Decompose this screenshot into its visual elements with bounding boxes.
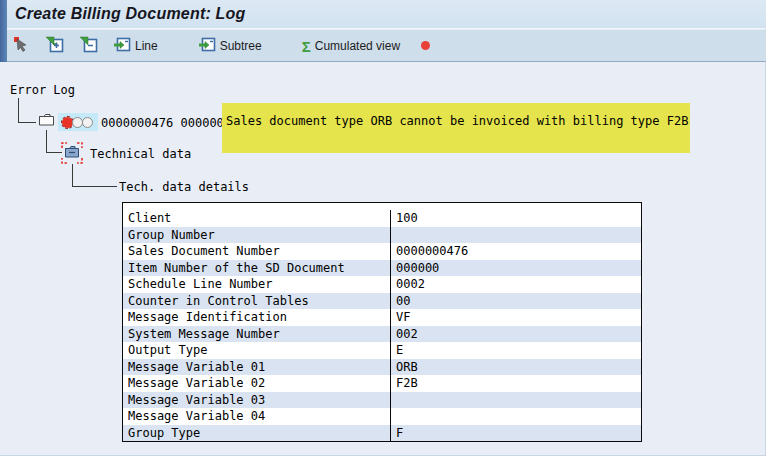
row-label: Sales Document Number (123, 243, 391, 260)
table-row[interactable]: Message Variable 03 (123, 392, 641, 409)
row-value: VF (391, 309, 641, 326)
row-label: Counter in Control Tables (123, 293, 391, 310)
table-row[interactable]: Client100 (123, 210, 641, 227)
table-row[interactable]: Message Variable 04 (123, 408, 641, 425)
collapse-node-icon (79, 36, 98, 56)
tree-node-tech-data-details[interactable]: Tech. data details (119, 180, 249, 194)
expand-all-button[interactable] (42, 34, 67, 58)
tree-connector (18, 98, 19, 122)
error-node-numbers[interactable]: 0000000476 000000 (101, 116, 224, 130)
table-row[interactable]: Schedule Line Number0002 (123, 276, 641, 293)
error-message-highlight[interactable]: Sales document type ORB cannot be invoic… (222, 103, 690, 153)
table-row[interactable]: Group Number (123, 227, 641, 244)
toolbar-buttons: Line Subtree Σ Cumulated view (10, 34, 403, 58)
red-dot-annotation (421, 41, 430, 50)
application-toolbar: Line Subtree Σ Cumulated view (0, 30, 766, 62)
log-content-area: Error Log 0000000476 000000 Sales docume… (0, 62, 766, 456)
sigma-icon: Σ (302, 39, 311, 54)
row-label: System Message Number (123, 326, 391, 343)
collapse-all-button[interactable] (76, 34, 101, 58)
item-number: 000000 (180, 116, 223, 130)
subtree-select-icon (198, 36, 216, 56)
row-label: Output Type (123, 342, 391, 359)
tree-root-error-log[interactable]: Error Log (10, 83, 75, 97)
table-row[interactable]: Message Variable 01ORB (123, 359, 641, 376)
table-row[interactable]: Message IdentificationVF (123, 309, 641, 326)
row-value: 0000000476 (391, 243, 641, 260)
pick-button[interactable] (10, 34, 33, 58)
green-light-icon (82, 117, 93, 128)
tree-node-technical-data[interactable]: Technical data (90, 147, 191, 161)
row-label: Message Identification (123, 309, 391, 326)
row-value (391, 392, 641, 409)
expand-node-icon (45, 36, 64, 56)
line-button[interactable]: Line (110, 34, 161, 58)
row-label: Message Variable 03 (123, 392, 391, 409)
table-top-strip (123, 203, 641, 210)
row-value (391, 227, 641, 244)
line-button-label: Line (135, 39, 158, 53)
folder-icon (38, 113, 55, 127)
title-bar: Create Billing Document: Log (0, 0, 766, 29)
row-label: Client (123, 210, 391, 227)
window-left-border (0, 0, 7, 62)
row-value: 0002 (391, 276, 641, 293)
row-value: F (391, 425, 641, 442)
row-value (391, 408, 641, 425)
error-node-folder[interactable] (38, 113, 55, 127)
pick-cursor-icon (13, 36, 30, 56)
table-row[interactable]: Output TypeE (123, 342, 641, 359)
row-label: Group Type (123, 425, 391, 442)
row-value: 000000 (391, 260, 641, 277)
sap-log-window: Create Billing Document: Log (0, 0, 766, 456)
technical-data-folder-icon[interactable] (64, 145, 80, 163)
subtree-button-label: Subtree (220, 39, 262, 53)
row-label: Group Number (123, 227, 391, 244)
row-value: 002 (391, 326, 641, 343)
row-label: Message Variable 02 (123, 375, 391, 392)
row-value: E (391, 342, 641, 359)
table-row[interactable]: Sales Document Number0000000476 (123, 243, 641, 260)
status-traffic-light-icon[interactable] (58, 113, 98, 131)
row-value: F2B (391, 375, 641, 392)
row-value: ORB (391, 359, 641, 376)
row-label: Message Variable 04 (123, 408, 391, 425)
tree-connector (72, 164, 73, 186)
error-message-text: Sales document type ORB cannot be invoic… (226, 114, 688, 128)
tree-connector (46, 130, 47, 152)
row-label: Message Variable 01 (123, 359, 391, 376)
sales-document-number: 0000000476 (101, 116, 173, 130)
row-value: 100 (391, 210, 641, 227)
row-value: 00 (391, 293, 641, 310)
tree-connector (46, 152, 62, 153)
line-select-icon (113, 36, 131, 56)
tech-data-table: Client100Group NumberSales Document Numb… (122, 202, 642, 442)
table-row[interactable]: Item Number of the SD Document000000 (123, 260, 641, 277)
table-row[interactable]: System Message Number002 (123, 326, 641, 343)
subtree-button[interactable]: Subtree (195, 34, 265, 58)
tree-connector (72, 186, 117, 187)
tree-connector (18, 122, 36, 123)
page-title: Create Billing Document: Log (15, 5, 246, 23)
cumulated-view-button[interactable]: Σ Cumulated view (299, 37, 403, 56)
cumulated-view-label: Cumulated view (315, 39, 400, 53)
row-label: Schedule Line Number (123, 276, 391, 293)
row-label: Item Number of the SD Document (123, 260, 391, 277)
table-row[interactable]: Counter in Control Tables00 (123, 293, 641, 310)
tech-data-table-rows: Client100Group NumberSales Document Numb… (123, 210, 641, 441)
table-row[interactable]: Message Variable 02F2B (123, 375, 641, 392)
table-row[interactable]: Group TypeF (123, 425, 641, 442)
